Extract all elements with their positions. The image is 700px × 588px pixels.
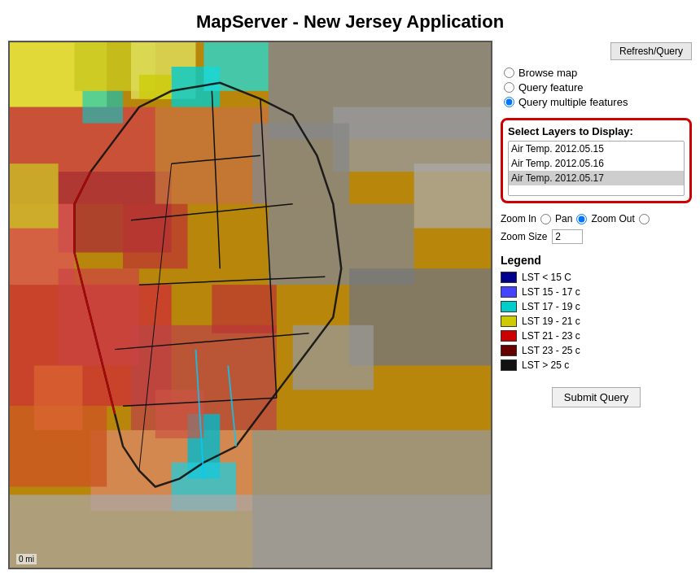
legend-item-0: LST < 15 C xyxy=(501,272,692,283)
legend-title: Legend xyxy=(501,254,692,267)
map-scale: 0 mi xyxy=(16,554,37,564)
svg-rect-7 xyxy=(333,107,491,172)
legend-item-1: LST 15 - 17 c xyxy=(501,286,692,298)
svg-rect-11 xyxy=(155,107,269,204)
zoom-size-row: Zoom Size xyxy=(501,229,692,244)
sidebar: Refresh/Query Browse map Query feature Q… xyxy=(501,41,692,569)
query-feature-radio[interactable] xyxy=(504,82,514,93)
layer-option-3[interactable]: Air Temp. 2012.05.17 xyxy=(509,171,684,185)
legend-item-6: LST > 25 c xyxy=(501,359,692,371)
svg-rect-24 xyxy=(123,204,187,268)
zoom-in-label: Zoom In xyxy=(501,213,536,224)
svg-rect-20 xyxy=(252,430,491,568)
legend-color-0 xyxy=(501,272,517,283)
legend-color-2 xyxy=(501,301,517,312)
zoom-row: Zoom In Pan Zoom Out xyxy=(501,213,692,224)
svg-rect-26 xyxy=(293,325,374,390)
query-feature-label: Query feature xyxy=(518,81,584,94)
zoom-controls: Zoom In Pan Zoom Out Zoom Size xyxy=(501,213,692,244)
legend-item-4: LST 21 - 23 c xyxy=(501,330,692,342)
legend-label-2: LST 17 - 19 c xyxy=(522,301,580,312)
legend-color-5 xyxy=(501,345,517,356)
pan-radio[interactable] xyxy=(576,214,587,224)
svg-rect-12 xyxy=(252,124,349,204)
mode-radio-group: Browse map Query feature Query multiple … xyxy=(504,67,692,108)
submit-query-button[interactable]: Submit Query xyxy=(552,387,641,407)
zoom-out-label: Zoom Out xyxy=(591,213,634,224)
pan-label: Pan xyxy=(555,213,572,224)
layer-option-1[interactable]: Air Temp. 2012.05.15 xyxy=(509,142,684,156)
zoom-in-radio[interactable] xyxy=(540,214,551,224)
svg-rect-32 xyxy=(155,390,204,438)
browse-map-radio-item[interactable]: Browse map xyxy=(504,67,692,79)
layer-option-2[interactable]: Air Temp. 2012.05.16 xyxy=(509,156,684,171)
svg-rect-30 xyxy=(34,365,83,429)
svg-rect-29 xyxy=(414,163,491,228)
legend-color-6 xyxy=(501,359,517,371)
legend-label-1: LST 15 - 17 c xyxy=(522,286,580,298)
select-layers-title: Select Layers to Display: xyxy=(508,125,685,137)
browse-map-label: Browse map xyxy=(518,67,577,79)
legend-label-6: LST > 25 c xyxy=(522,359,569,371)
legend-item-2: LST 17 - 19 c xyxy=(501,301,692,312)
legend-color-1 xyxy=(501,286,517,298)
svg-rect-31 xyxy=(212,285,276,333)
legend-color-3 xyxy=(501,316,517,327)
legend-item-5: LST 23 - 25 c xyxy=(501,345,692,356)
legend-label-4: LST 21 - 23 c xyxy=(522,330,580,342)
zoom-size-label: Zoom Size xyxy=(501,231,547,242)
layers-listbox[interactable]: Air Temp. 2012.05.15 Air Temp. 2012.05.1… xyxy=(508,141,685,196)
submit-query-row: Submit Query xyxy=(501,387,692,407)
zoom-size-input[interactable] xyxy=(552,229,583,244)
legend-items: LST < 15 C LST 15 - 17 c LST 17 - 19 c L… xyxy=(501,272,692,371)
browse-map-radio[interactable] xyxy=(504,68,514,78)
legend-label-0: LST < 15 C xyxy=(522,272,571,283)
svg-rect-23 xyxy=(10,163,59,228)
legend-color-4 xyxy=(501,330,517,342)
legend-label-5: LST 23 - 25 c xyxy=(522,345,580,356)
refresh-query-button[interactable]: Refresh/Query xyxy=(610,42,692,60)
query-multiple-label: Query multiple features xyxy=(518,96,628,108)
select-layers-box: Select Layers to Display: Air Temp. 2012… xyxy=(501,118,692,203)
query-multiple-radio-item[interactable]: Query multiple features xyxy=(504,96,692,108)
svg-rect-27 xyxy=(82,91,123,124)
svg-rect-28 xyxy=(139,75,172,99)
legend-label-3: LST 19 - 21 c xyxy=(522,316,580,327)
query-multiple-radio[interactable] xyxy=(504,97,514,107)
map-svg xyxy=(10,42,491,568)
query-feature-radio-item[interactable]: Query feature xyxy=(504,81,692,94)
legend-section: Legend LST < 15 C LST 15 - 17 c LST 17 -… xyxy=(501,254,692,371)
zoom-out-radio[interactable] xyxy=(639,214,650,224)
map-container[interactable]: 0 mi xyxy=(8,41,492,569)
page-title: MapServer - New Jersey Application xyxy=(0,0,700,41)
legend-item-3: LST 19 - 21 c xyxy=(501,316,692,327)
